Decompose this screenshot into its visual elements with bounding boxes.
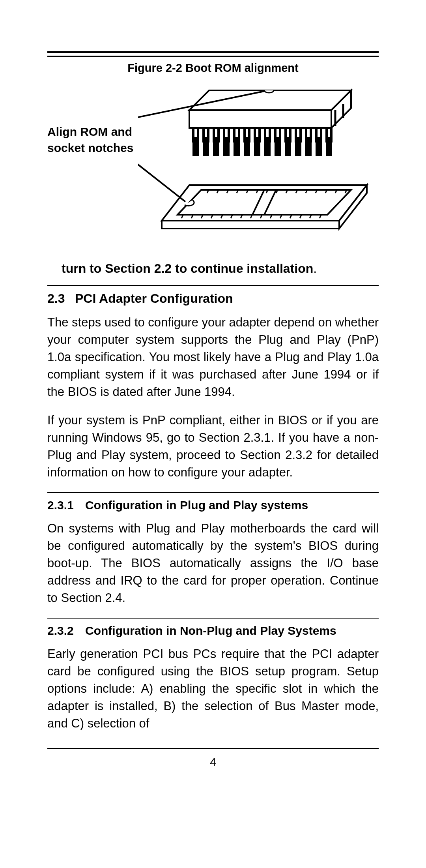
- figure-caption: Figure 2-2 Boot ROM alignment: [47, 62, 379, 75]
- svg-rect-18: [203, 137, 209, 156]
- header-rule-thick: [47, 51, 379, 53]
- svg-rect-28: [305, 137, 312, 156]
- subsection-heading-2-3-1: 2.3.1 Configuration in Plug and Play sys…: [47, 499, 379, 512]
- svg-rect-25: [275, 137, 281, 156]
- svg-rect-20: [223, 137, 230, 156]
- svg-rect-21: [234, 137, 240, 156]
- instruction-text: turn to Section 2.2 to continue installa…: [62, 260, 379, 277]
- svg-rect-17: [192, 137, 199, 156]
- svg-marker-36: [178, 190, 351, 215]
- section-rule: [47, 618, 379, 619]
- section-title: PCI Adapter Configuration: [75, 291, 233, 306]
- figure-area: Align ROM and socket notches: [47, 86, 379, 236]
- subsection-number: 2.3.2: [47, 624, 85, 637]
- subsection-title: Configuration in Non-Plug and Play Syste…: [85, 624, 379, 637]
- section-rule: [47, 285, 379, 286]
- svg-rect-26: [285, 137, 291, 156]
- subsection-number: 2.3.1: [47, 499, 85, 512]
- svg-rect-23: [254, 137, 260, 156]
- svg-rect-24: [264, 137, 271, 156]
- body-paragraph: If your system is PnP compliant, either …: [47, 412, 379, 481]
- document-page: Figure 2-2 Boot ROM alignment Align ROM …: [0, 0, 426, 868]
- figure-diagram: [138, 86, 379, 236]
- subsection-title: Configuration in Plug and Play systems: [85, 499, 379, 512]
- section-number: 2.3: [47, 291, 75, 306]
- body-paragraph: On systems with Plug and Play motherboar…: [47, 520, 379, 607]
- footer-rule: [47, 748, 379, 749]
- svg-rect-27: [295, 137, 301, 156]
- svg-rect-30: [326, 137, 332, 156]
- svg-line-70: [138, 161, 185, 202]
- subsection-heading-2-3-2: 2.3.2 Configuration in Non-Plug and Play…: [47, 624, 379, 637]
- instruction-bold: turn to Section 2.2 to continue installa…: [62, 261, 313, 276]
- svg-rect-22: [244, 137, 250, 156]
- svg-rect-29: [316, 137, 322, 156]
- body-paragraph: Early generation PCI bus PCs require tha…: [47, 645, 379, 732]
- instruction-period: .: [313, 261, 317, 276]
- svg-marker-0: [189, 90, 351, 110]
- section-rule: [47, 492, 379, 493]
- svg-marker-1: [189, 110, 331, 128]
- header-rule-thin: [47, 56, 379, 57]
- figure-annotation: Align ROM and socket notches: [47, 86, 138, 156]
- body-paragraph: The steps used to configure your adapter…: [47, 314, 379, 401]
- svg-rect-19: [213, 137, 219, 156]
- section-heading-2-3: 2.3 PCI Adapter Configuration: [47, 291, 379, 306]
- page-number: 4: [47, 756, 379, 769]
- svg-marker-34: [162, 221, 339, 229]
